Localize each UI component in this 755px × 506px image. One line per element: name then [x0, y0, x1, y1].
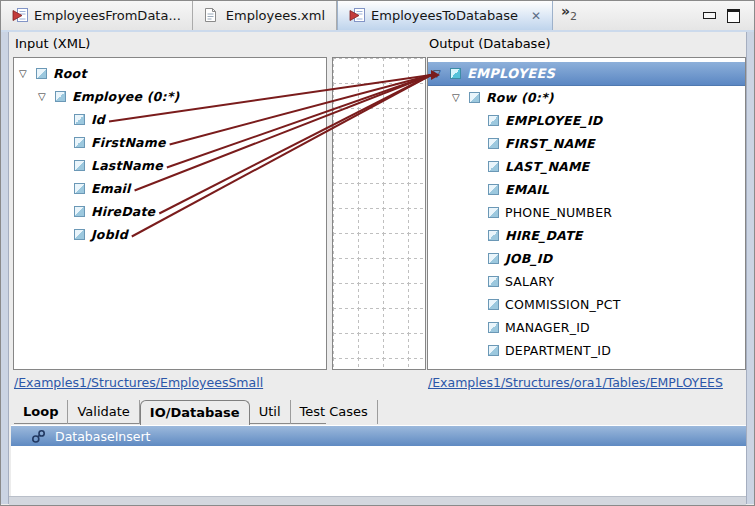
- tree-item-COMMISSION-PCT[interactable]: COMMISSION_PCT: [428, 293, 745, 316]
- element-icon: [450, 68, 461, 79]
- element-icon: [488, 253, 499, 264]
- database-insert-icon: [31, 429, 46, 444]
- tab-Util[interactable]: Util: [250, 400, 291, 424]
- mapping-file-icon: [349, 8, 365, 23]
- input-structure-link[interactable]: /Examples1/Structures/EmployeesSmall: [14, 375, 263, 390]
- operation-row-DatabaseInsert[interactable]: DatabaseInsert: [11, 426, 748, 446]
- tree-item-label: COMMISSION_PCT: [505, 297, 621, 312]
- element-icon: [469, 92, 480, 103]
- element-icon: [74, 183, 85, 194]
- tree-item-label: Id: [91, 112, 105, 127]
- minimize-icon[interactable]: [703, 12, 716, 19]
- tree-item-FIRST-NAME[interactable]: FIRST_NAME: [428, 132, 745, 155]
- tree-item-HIRE-DATE[interactable]: HIRE_DATE: [428, 224, 745, 247]
- output-panel-title: Output (Database): [429, 36, 550, 51]
- tree-item-Employee-0[interactable]: ▽Employee (0:*): [14, 85, 326, 108]
- element-icon: [488, 299, 499, 310]
- expand-arrow-icon[interactable]: ▽: [432, 69, 450, 79]
- tree-item-label: FirstName: [91, 135, 166, 150]
- xml-file-icon: [204, 8, 220, 23]
- rule-category-tabs: LoopValidateIO/DatabaseUtilTest Cases: [14, 400, 378, 424]
- editor-tab-bar: EmployeesFromData...Employees.xmlEmploye…: [1, 1, 754, 32]
- tab-Validate[interactable]: Validate: [68, 400, 139, 424]
- element-icon: [488, 184, 499, 195]
- mapping-canvas[interactable]: [332, 57, 426, 370]
- tree-item-label: LAST_NAME: [505, 159, 589, 174]
- element-icon: [74, 229, 85, 240]
- element-icon: [74, 160, 85, 171]
- element-icon: [488, 345, 499, 356]
- element-icon: [74, 206, 85, 217]
- tree-item-Row-0[interactable]: ▽Row (0:*): [428, 86, 745, 109]
- tree-item-EMPLOYEE-ID[interactable]: EMPLOYEE_ID: [428, 109, 745, 132]
- expand-arrow-icon[interactable]: ▽: [451, 93, 469, 103]
- tree-item-SALARY[interactable]: SALARY: [428, 270, 745, 293]
- output-database-tree: ▽EMPLOYEES▽Row (0:*)EMPLOYEE_IDFIRST_NAM…: [427, 57, 746, 370]
- tree-item-label: PHONE_NUMBER: [505, 205, 612, 220]
- tab-overflow-count: 2: [570, 10, 577, 23]
- element-icon: [488, 115, 499, 126]
- output-structure-link[interactable]: /Examples1/Structures/ora1/Tables/EMPLOY…: [428, 375, 723, 390]
- element-icon: [488, 230, 499, 241]
- tree-item-label: EMAIL: [505, 182, 549, 197]
- tree-item-PHONE-NUMBER[interactable]: PHONE_NUMBER: [428, 201, 745, 224]
- tab-label: Employees.xml: [226, 8, 325, 23]
- left-scrollbar[interactable]: [1, 32, 9, 504]
- tab-label: EmployeesToDatabase: [371, 8, 518, 23]
- element-icon: [36, 68, 47, 79]
- element-icon: [488, 138, 499, 149]
- element-icon: [488, 322, 499, 333]
- tab-Loop[interactable]: Loop: [14, 400, 68, 424]
- expand-arrow-icon[interactable]: ▽: [18, 69, 36, 79]
- tree-item-label: SALARY: [505, 274, 554, 289]
- tree-item-Root[interactable]: ▽Root: [14, 62, 326, 85]
- mapping-file-icon: [12, 8, 28, 23]
- tree-item-label: JOB_ID: [505, 251, 552, 266]
- tree-item-EMAIL[interactable]: EMAIL: [428, 178, 745, 201]
- mapping-editor-window: EmployeesFromData...Employees.xmlEmploye…: [0, 0, 755, 506]
- editor-tab-Employees-xml[interactable]: Employees.xml: [193, 1, 337, 30]
- window-controls: [703, 1, 754, 30]
- tree-item-label: Employee (0:*): [72, 89, 179, 104]
- element-icon: [55, 91, 66, 102]
- tree-item-label: EMPLOYEE_ID: [505, 113, 602, 128]
- tab-IO-Database[interactable]: IO/Database: [140, 400, 250, 425]
- tab-Test-Cases[interactable]: Test Cases: [291, 400, 378, 424]
- element-icon: [74, 114, 85, 125]
- tree-item-JobId[interactable]: JobId: [14, 223, 326, 246]
- close-tab-icon[interactable]: ✕: [531, 9, 541, 23]
- tree-item-Id[interactable]: Id: [14, 108, 326, 131]
- editor-tab-EmployeesFromData[interactable]: EmployeesFromData...: [1, 1, 193, 30]
- maximize-icon[interactable]: [727, 9, 740, 23]
- tree-item-FirstName[interactable]: FirstName: [14, 131, 326, 154]
- tree-item-label: LastName: [91, 158, 163, 173]
- horizontal-scrollbar[interactable]: [9, 496, 746, 505]
- tree-item-EMPLOYEES[interactable]: ▽EMPLOYEES: [428, 62, 745, 86]
- tree-item-LastName[interactable]: LastName: [14, 154, 326, 177]
- element-icon: [488, 161, 499, 172]
- tree-item-DEPARTMENT-ID[interactable]: DEPARTMENT_ID: [428, 339, 745, 362]
- tree-item-label: HireDate: [91, 204, 155, 219]
- editor-tab-EmployeesToDatabase[interactable]: EmployeesToDatabase✕: [337, 1, 553, 30]
- operation-label: DatabaseInsert: [55, 429, 151, 444]
- tree-item-label: JobId: [91, 227, 128, 242]
- tab-label: EmployeesFromData...: [34, 8, 181, 23]
- tree-item-label: EMPLOYEES: [467, 66, 555, 81]
- expand-arrow-icon[interactable]: ▽: [37, 92, 55, 102]
- tree-item-label: FIRST_NAME: [505, 136, 595, 151]
- tree-item-JOB-ID[interactable]: JOB_ID: [428, 247, 745, 270]
- tree-item-HireDate[interactable]: HireDate: [14, 200, 326, 223]
- element-icon: [488, 207, 499, 218]
- chevron-overflow-icon: »: [561, 4, 570, 18]
- tree-item-label: Email: [91, 181, 131, 196]
- tree-item-LAST-NAME[interactable]: LAST_NAME: [428, 155, 745, 178]
- input-xml-tree: ▽Root▽Employee (0:*)IdFirstNameLastNameE…: [13, 57, 327, 370]
- tree-item-label: HIRE_DATE: [505, 228, 582, 243]
- tree-item-label: DEPARTMENT_ID: [505, 343, 611, 358]
- tab-overflow-indicator[interactable]: » 2: [553, 1, 585, 30]
- operations-panel: DatabaseInsert: [11, 425, 748, 498]
- tree-item-MANAGER-ID[interactable]: MANAGER_ID: [428, 316, 745, 339]
- tree-item-Email[interactable]: Email: [14, 177, 326, 200]
- right-scrollbar[interactable]: [746, 32, 754, 504]
- tree-item-label: MANAGER_ID: [505, 320, 590, 335]
